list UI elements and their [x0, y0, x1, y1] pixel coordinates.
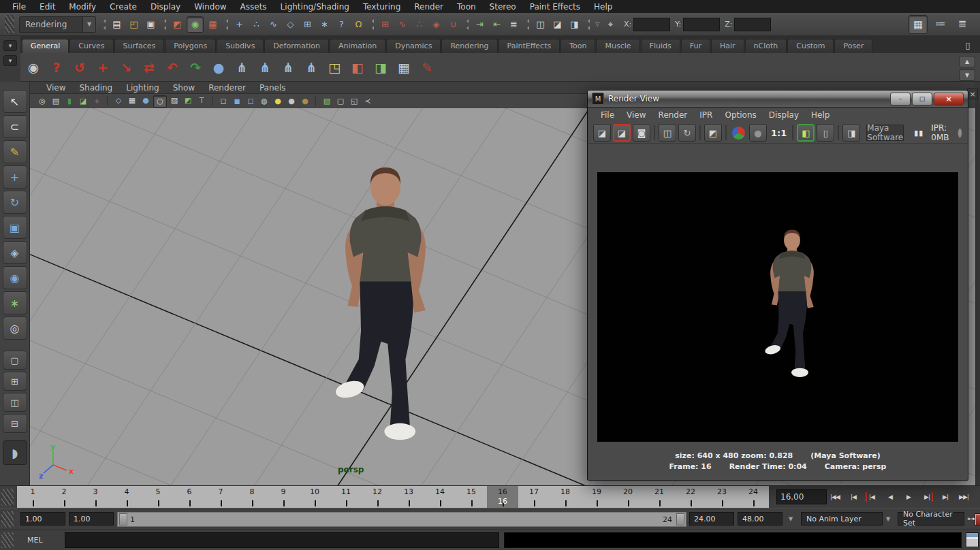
render-view-menu-options[interactable]: Options [718, 110, 762, 120]
shelf-tab-painteffects[interactable]: PaintEffects [499, 39, 560, 53]
quick-select-icon[interactable]: ⌖ [603, 17, 618, 32]
step-back-key-button[interactable]: |◀ [863, 488, 881, 506]
vp-shade-all-icon[interactable]: ▦ [126, 95, 138, 106]
select-tool[interactable]: ↖ [3, 90, 27, 113]
shelf-scroll-up-icon[interactable]: ▲ [959, 56, 975, 67]
group-separator[interactable] [161, 17, 167, 32]
close-button[interactable]: × [934, 93, 964, 106]
z-coord-field[interactable] [734, 18, 771, 31]
animation-start-field[interactable] [20, 512, 65, 525]
group-separator[interactable] [524, 17, 530, 32]
renderer-selector[interactable]: Maya Software [866, 125, 904, 141]
vp-occlusion-icon[interactable]: ◍ [258, 96, 270, 107]
rv-render-icon[interactable]: ◪ [593, 124, 611, 142]
range-start-handle[interactable] [119, 513, 127, 525]
menu-file[interactable]: File [5, 2, 33, 12]
unparent-icon[interactable]: ⋔ [255, 57, 275, 78]
play-forward-button[interactable]: ▶ [900, 488, 917, 506]
render-flipbook-icon[interactable]: ◉ [23, 57, 44, 78]
tool-settings-icon[interactable]: ≔ [932, 15, 949, 33]
vp-share-view-icon[interactable]: ≺ [362, 96, 374, 107]
layout-graph-pane[interactable]: ⊟ [3, 414, 27, 433]
vp-camera-attrs-icon[interactable]: ▤ [50, 96, 62, 107]
frame-4[interactable]: 4 [111, 486, 142, 508]
shelf-scroll-down-icon[interactable]: ▼ [959, 69, 975, 81]
step-forward-frame-button[interactable]: ▶| [936, 488, 954, 506]
inputs-icon[interactable]: ⇥ [472, 17, 488, 32]
ipr-pause-icon[interactable]: ▮▮ [914, 129, 923, 138]
play-backwards-button[interactable]: ◀ [881, 488, 899, 506]
render-view-menu-help[interactable]: Help [805, 110, 836, 120]
mel-toggle[interactable]: MEL [27, 536, 43, 545]
chevron-down-icon[interactable]: ▽ [593, 17, 601, 32]
shelf-tab-fur[interactable]: Fur [681, 39, 710, 53]
menu-lighting-shading[interactable]: Lighting/Shading [274, 2, 356, 12]
rv-region-render-icon[interactable]: ◩ [704, 124, 722, 142]
display-layers-icon[interactable]: ≣ [953, 15, 971, 33]
group-separator[interactable] [585, 17, 590, 32]
show-manipulator-tool[interactable]: ∗ [3, 291, 27, 314]
vp-light-silver-icon[interactable]: ● [285, 96, 298, 107]
frame-12[interactable]: 12 [362, 486, 393, 508]
vp-light-gold-icon[interactable]: ● [299, 96, 311, 107]
chevron-down-icon[interactable]: ▼ [789, 516, 793, 522]
menu-window[interactable]: Window [187, 2, 233, 12]
rv-render-settings-icon[interactable]: ◨ [842, 124, 860, 142]
vp-light-yellow-icon[interactable]: ● [272, 96, 284, 107]
maximize-button[interactable]: □ [912, 93, 932, 106]
selection-lock-icon[interactable]: Ω [351, 17, 366, 32]
shelf-tab-custom[interactable]: Custom [787, 39, 834, 53]
group-separator[interactable] [464, 17, 469, 32]
shelf-tab-dynamics[interactable]: Dynamics [386, 39, 441, 53]
vp-single-pane-icon[interactable]: ▢ [334, 96, 347, 107]
vp-wireframe-icon[interactable]: ◇ [112, 95, 125, 106]
frame-15[interactable]: 15 [456, 486, 487, 508]
frame-3[interactable]: 3 [80, 486, 111, 508]
lasso-tool[interactable]: ⊂ [3, 115, 27, 138]
character-model[interactable] [334, 167, 426, 440]
shelf-tab-rendering[interactable]: Rendering [441, 39, 497, 53]
outputs-icon[interactable]: ⇤ [489, 17, 505, 32]
rv-rgb-channels-icon[interactable] [732, 127, 745, 140]
drag-handle[interactable] [1, 489, 14, 506]
mask-deformers-icon[interactable]: ⊞ [300, 17, 315, 32]
playback-start-field[interactable] [69, 512, 114, 525]
ipr-render-icon[interactable]: ◪ [550, 17, 565, 32]
delete-history-icon[interactable]: ● [208, 57, 229, 78]
menu-paint-effects[interactable]: Paint Effects [523, 2, 587, 12]
rv-remove-image-icon[interactable]: ▯ [817, 124, 834, 142]
step-forward-key-button[interactable]: ▶| [918, 488, 936, 506]
step-back-frame-button[interactable]: |◀ [844, 488, 862, 506]
new-scene-icon[interactable]: ▤ [109, 17, 125, 32]
frame-22[interactable]: 22 [675, 486, 706, 508]
scale-tool[interactable]: ▣ [3, 216, 27, 239]
vp-image-plane-icon[interactable]: ◪ [77, 96, 89, 107]
vp-shadows-icon[interactable]: ◻ [244, 96, 257, 107]
vp-flat-shade-icon[interactable]: ○ [153, 95, 167, 108]
select-hierarchy-shelf-icon[interactable]: ◨ [370, 57, 391, 78]
camera-dolly-icon[interactable]: ↘ [116, 57, 136, 78]
panel-menu-shading[interactable]: Shading [72, 83, 119, 93]
hypergraph-icon[interactable]: ◳ [324, 57, 345, 78]
select-hierarchy-icon[interactable]: ◩ [170, 17, 185, 32]
frame-13[interactable]: 13 [393, 486, 424, 508]
make-live-icon[interactable]: ∪ [445, 17, 461, 32]
camera-track-icon[interactable]: + [93, 57, 113, 78]
frame-14[interactable]: 14 [424, 486, 456, 508]
vp-smooth-shade-icon[interactable]: ● [140, 95, 152, 106]
maya-logo-button[interactable]: ◗ [3, 440, 27, 465]
paint-select-tool[interactable]: ✎ [3, 140, 27, 163]
vp-xray-icon[interactable]: ▨ [168, 95, 180, 106]
render-current-frame-icon[interactable]: ◫ [533, 17, 548, 32]
snap-plane-icon[interactable]: ◈ [428, 17, 444, 32]
frame-9[interactable]: 9 [268, 486, 299, 508]
shelf-menu-icon[interactable]: ▾ [3, 55, 17, 66]
panel-menu-panels[interactable]: Panels [253, 83, 293, 93]
frame-23[interactable]: 23 [706, 486, 738, 508]
vp-bookmark-icon[interactable]: ▮ [63, 96, 76, 107]
frame-11[interactable]: 11 [330, 486, 362, 508]
shelf-tab-muscle[interactable]: Muscle [596, 39, 639, 53]
mask-handles-icon[interactable]: + [232, 17, 247, 32]
camera-tumble-icon[interactable]: ↺ [69, 57, 90, 78]
minimize-button[interactable]: – [890, 93, 911, 106]
